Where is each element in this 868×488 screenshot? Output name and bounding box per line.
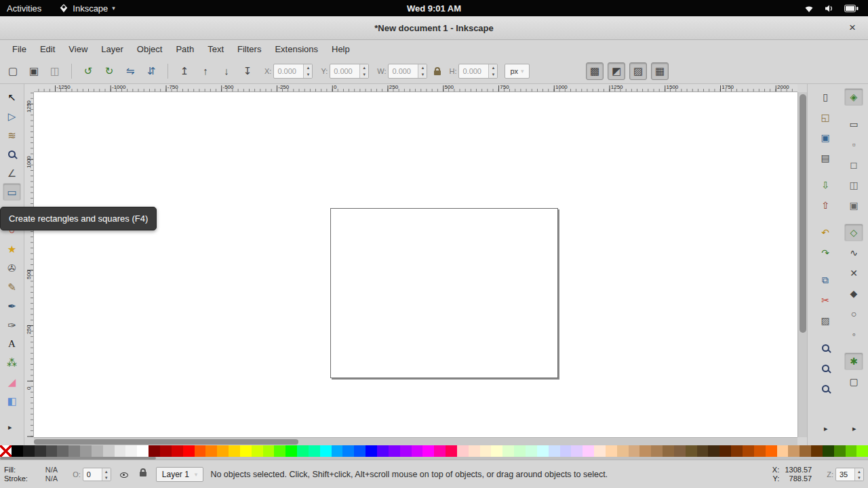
palette-swatch[interactable] xyxy=(412,445,423,457)
tweak-tool[interactable]: ≋ xyxy=(3,126,21,144)
pen-tool[interactable]: ✒ xyxy=(3,297,21,314)
palette-swatch[interactable] xyxy=(480,445,492,457)
palette-swatch[interactable] xyxy=(823,445,834,457)
palette-swatch[interactable] xyxy=(172,445,183,457)
zoom-spinner[interactable]: ▲▼ xyxy=(854,468,863,481)
snap-paths-toggle[interactable]: ∿ xyxy=(844,244,863,262)
snap-toolbar-expander[interactable]: ▸ xyxy=(852,424,856,433)
palette-swatch[interactable] xyxy=(571,445,583,457)
palette-swatch[interactable] xyxy=(502,445,514,457)
palette-swatch[interactable] xyxy=(846,445,857,457)
move-gradients-toggle[interactable]: ▨ xyxy=(629,62,647,80)
spiral-tool[interactable]: ✇ xyxy=(3,259,21,277)
palette-swatch[interactable] xyxy=(400,445,412,457)
lower-button[interactable]: ↓ xyxy=(218,62,235,80)
palette-swatch[interactable] xyxy=(834,445,846,457)
zoom-input[interactable]: 35 ▲▼ xyxy=(835,468,864,481)
palette-swatch[interactable] xyxy=(811,445,823,457)
snap-path-intersections-toggle[interactable]: ✕ xyxy=(844,264,863,282)
menu-edit[interactable]: Edit xyxy=(33,41,62,57)
raise-button[interactable]: ↑ xyxy=(197,62,214,80)
palette-swatch[interactable] xyxy=(274,445,285,457)
snap-bbox-centers-toggle[interactable]: ▣ xyxy=(844,197,863,214)
palette-swatch[interactable] xyxy=(57,445,68,457)
palette-swatch[interactable] xyxy=(160,445,172,457)
cut-button[interactable]: ✂ xyxy=(816,291,835,309)
width-spinner[interactable]: ▲▼ xyxy=(418,64,427,78)
palette-swatch[interactable] xyxy=(103,445,115,457)
eraser-tool[interactable]: ◢ xyxy=(3,373,21,390)
palette-swatch[interactable] xyxy=(743,445,754,457)
palette-swatch[interactable] xyxy=(766,445,777,457)
snap-nodes-toggle[interactable]: ◇ xyxy=(844,224,863,241)
palette-swatch[interactable] xyxy=(606,445,617,457)
menu-text[interactable]: Text xyxy=(201,41,231,57)
snap-bbox-corners-toggle[interactable]: ◻ xyxy=(844,156,863,174)
palette-swatch[interactable] xyxy=(708,445,719,457)
palette-swatch[interactable] xyxy=(629,445,640,457)
clock[interactable]: Wed 9:01 AM xyxy=(407,3,461,14)
palette-swatch[interactable] xyxy=(651,445,663,457)
palette-swatch[interactable] xyxy=(560,445,572,457)
vertical-scrollbar[interactable] xyxy=(797,92,807,437)
palette-swatch[interactable] xyxy=(35,445,46,457)
palette-swatch[interactable] xyxy=(115,445,126,457)
palette-swatch[interactable] xyxy=(777,445,789,457)
document-page[interactable] xyxy=(330,208,558,378)
menu-filters[interactable]: Filters xyxy=(231,41,268,57)
paste-button[interactable]: ▨ xyxy=(816,312,835,329)
export-button[interactable]: ⇧ xyxy=(816,197,835,214)
canvas[interactable] xyxy=(34,92,797,437)
palette-swatch[interactable] xyxy=(354,445,366,457)
lower-to-bottom-button[interactable]: ↧ xyxy=(239,62,256,80)
rotate-ccw-button[interactable]: ↺ xyxy=(79,62,97,80)
menu-file[interactable]: File xyxy=(5,41,33,57)
palette-swatch[interactable] xyxy=(217,445,229,457)
x-spinner[interactable]: ▲▼ xyxy=(303,64,312,78)
x-input[interactable]: 0.000 ▲▼ xyxy=(273,64,313,79)
palette-swatch[interactable] xyxy=(583,445,594,457)
palette-swatch[interactable] xyxy=(309,445,320,457)
layer-lock-toggle[interactable] xyxy=(137,468,149,481)
palette-swatch[interactable] xyxy=(342,445,354,457)
palette-swatch[interactable] xyxy=(754,445,766,457)
horizontal-ruler[interactable]: -1250-1000-750-500-250025050075010001250… xyxy=(34,84,797,92)
palette-swatch[interactable] xyxy=(514,445,526,457)
pencil-tool[interactable]: ✎ xyxy=(3,278,21,296)
snap-page-border-toggle[interactable]: ▢ xyxy=(844,373,863,390)
units-dropdown[interactable]: px ▾ xyxy=(505,64,529,79)
app-menu[interactable]: Inkscape ▾ xyxy=(59,3,115,14)
import-button[interactable]: ⇩ xyxy=(816,176,835,194)
palette-swatch[interactable] xyxy=(183,445,195,457)
palette-swatch[interactable] xyxy=(719,445,731,457)
node-tool[interactable]: ▷ xyxy=(3,107,21,125)
palette-swatch[interactable] xyxy=(434,445,446,457)
palette-swatch[interactable] xyxy=(697,445,709,457)
menu-view[interactable]: View xyxy=(62,41,94,57)
palette-swatch[interactable] xyxy=(537,445,549,457)
paint-bucket-tool[interactable]: ◧ xyxy=(3,392,21,409)
height-spinner[interactable]: ▲▼ xyxy=(488,64,497,78)
palette-swatch[interactable] xyxy=(205,445,217,457)
palette-swatch[interactable] xyxy=(149,445,160,457)
opacity-spinner[interactable]: ▲▼ xyxy=(102,468,111,481)
palette-swatch[interactable] xyxy=(137,445,149,457)
commands-toolbar-expander[interactable]: ▸ xyxy=(824,424,828,433)
snap-smooth-nodes-toggle[interactable]: ○ xyxy=(844,305,863,323)
height-input[interactable]: 0.000 ▲▼ xyxy=(458,64,498,79)
enable-snapping-toggle[interactable]: ◈ xyxy=(844,88,863,106)
palette-swatch[interactable] xyxy=(80,445,92,457)
palette-swatch[interactable] xyxy=(731,445,743,457)
palette-swatch[interactable] xyxy=(639,445,651,457)
palette-swatch[interactable] xyxy=(297,445,309,457)
palette-swatch[interactable] xyxy=(12,445,23,457)
opacity-input[interactable]: 0 ▲▼ xyxy=(83,468,111,481)
palette-swatch[interactable] xyxy=(68,445,80,457)
select-all-layers-button[interactable]: ▣ xyxy=(25,62,43,80)
redo-button[interactable]: ↷ xyxy=(816,244,835,262)
palette-swatch[interactable] xyxy=(125,445,137,457)
palette-swatch[interactable] xyxy=(366,445,377,457)
horizontal-scrollbar-thumb[interactable] xyxy=(34,439,298,445)
palette-swatch[interactable] xyxy=(617,445,629,457)
menu-layer[interactable]: Layer xyxy=(94,41,130,57)
